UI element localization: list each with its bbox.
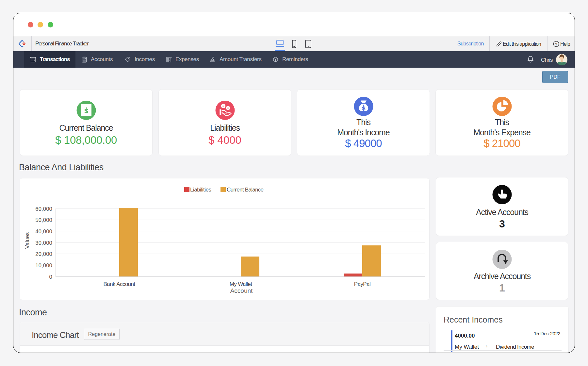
svg-text:?: ? bbox=[555, 42, 557, 46]
